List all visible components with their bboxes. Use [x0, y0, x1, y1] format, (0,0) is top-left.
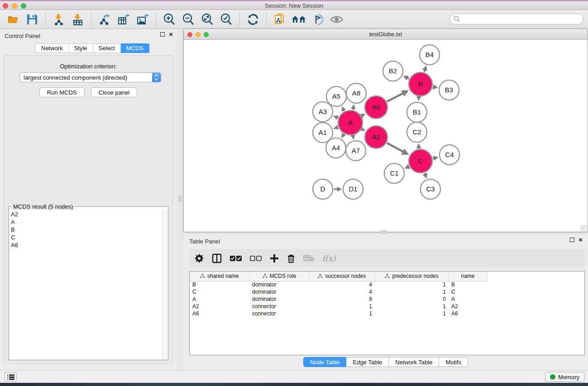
- graph-edge[interactable]: [335, 127, 338, 128]
- table-cell[interactable]: 8: [309, 295, 375, 303]
- table-cell[interactable]: A2: [449, 303, 487, 310]
- table-row[interactable]: A2connector11A2: [190, 303, 487, 310]
- table-cell[interactable]: A6: [449, 310, 487, 317]
- hide-details-icon[interactable]: [310, 12, 325, 27]
- table-cell[interactable]: C: [449, 288, 487, 295]
- network-minimize-button[interactable]: [196, 32, 201, 37]
- float-table-panel-icon[interactable]: [570, 238, 574, 242]
- close-window-button[interactable]: [3, 3, 8, 9]
- unchecked-boxes-icon[interactable]: [250, 255, 262, 262]
- criterion-dropdown[interactable]: largest connected component (directed): [19, 72, 161, 82]
- table-cell[interactable]: A: [190, 295, 249, 303]
- minimize-window-button[interactable]: [12, 3, 17, 9]
- zoom-fit-icon[interactable]: [200, 12, 215, 27]
- column-header[interactable]: MCDS role: [249, 272, 309, 281]
- table-cell[interactable]: 1: [375, 288, 449, 295]
- network-zoom-button[interactable]: [204, 32, 209, 37]
- table-cell[interactable]: 1: [375, 310, 449, 317]
- import-network-icon[interactable]: [51, 12, 67, 27]
- zoom-in-icon[interactable]: [162, 12, 177, 27]
- graph-edge[interactable]: [419, 146, 419, 148]
- graph-edge[interactable]: [419, 97, 419, 99]
- horizontal-splitter-handle[interactable]: [381, 230, 387, 234]
- network-window-titlebar[interactable]: testGlobe.txt: [184, 29, 588, 40]
- graph-edge[interactable]: [343, 134, 344, 136]
- table-cell[interactable]: 4: [309, 281, 375, 288]
- result-item[interactable]: B: [10, 226, 162, 234]
- result-item[interactable]: A: [10, 218, 162, 226]
- open-session-icon[interactable]: [5, 12, 21, 27]
- network-close-button[interactable]: [187, 32, 192, 37]
- close-panel-button[interactable]: Close panel: [91, 87, 138, 97]
- graph-edge[interactable]: [362, 115, 363, 116]
- close-panel-icon[interactable]: ×: [169, 32, 173, 37]
- column-header[interactable]: shared name: [190, 272, 249, 281]
- export-image-icon[interactable]: [135, 12, 150, 27]
- result-item[interactable]: A2: [10, 210, 162, 218]
- table-cell[interactable]: 1: [309, 310, 375, 317]
- table-cell[interactable]: 1: [375, 303, 449, 310]
- table-cell[interactable]: 1: [309, 303, 375, 310]
- resize-grip-icon[interactable]: [581, 225, 587, 231]
- table-cell[interactable]: A2: [190, 303, 249, 310]
- graph-edge[interactable]: [425, 173, 425, 176]
- graph-edge[interactable]: [407, 167, 409, 167]
- zoom-window-button[interactable]: [21, 3, 26, 9]
- tab-edge-table[interactable]: Edge Table: [346, 357, 389, 367]
- table-row[interactable]: Bdominator41B: [190, 281, 487, 288]
- result-item[interactable]: C: [10, 234, 162, 241]
- float-panel-icon[interactable]: [160, 32, 165, 37]
- table-cell[interactable]: 1: [375, 281, 449, 288]
- tab-node-table[interactable]: Node Table: [303, 357, 347, 367]
- graph-edge[interactable]: [387, 143, 406, 153]
- table-cell[interactable]: dominator: [249, 288, 309, 295]
- trash-icon[interactable]: [287, 254, 295, 263]
- graph-edge[interactable]: [406, 77, 409, 79]
- network-canvas[interactable]: B4B2BB3A5A8A6A3AB1A1A2C2A4A7C4CC1C3DD1: [184, 40, 587, 232]
- new-network-from-selection-icon[interactable]: [272, 12, 287, 27]
- run-mcds-button[interactable]: Run MCDS: [39, 87, 85, 97]
- table-cell[interactable]: B: [190, 281, 249, 288]
- result-scrollbar[interactable]: [162, 210, 167, 359]
- tab-motifs[interactable]: Motifs: [439, 357, 468, 367]
- table-cell[interactable]: A6: [190, 310, 249, 317]
- gear-icon[interactable]: [195, 254, 204, 263]
- graph-edge[interactable]: [424, 68, 425, 72]
- table-cell[interactable]: A: [449, 295, 487, 303]
- column-header[interactable]: predecessor nodes: [375, 272, 449, 281]
- table-cell[interactable]: B: [449, 281, 487, 288]
- table-row[interactable]: A6connector11A6: [190, 310, 487, 317]
- table-cell[interactable]: dominator: [249, 281, 309, 288]
- close-table-panel-icon[interactable]: ×: [578, 238, 583, 242]
- result-item[interactable]: A6: [10, 241, 162, 249]
- tab-mcds[interactable]: MCDS: [121, 43, 149, 53]
- vertical-splitter-handle[interactable]: [178, 195, 182, 202]
- graph-edge[interactable]: [353, 135, 354, 137]
- graph-edge[interactable]: [335, 117, 338, 118]
- table-cell[interactable]: connector: [249, 310, 309, 317]
- table-cell[interactable]: dominator: [249, 295, 309, 303]
- checked-boxes-icon[interactable]: [230, 255, 242, 262]
- memory-button[interactable]: Memory: [545, 372, 584, 382]
- export-table-icon[interactable]: [116, 12, 131, 27]
- save-session-icon[interactable]: [24, 12, 40, 27]
- tab-style[interactable]: Style: [69, 43, 93, 53]
- tab-network-table[interactable]: Network Table: [389, 357, 439, 367]
- graph-edge[interactable]: [353, 106, 354, 110]
- graph-edge[interactable]: [362, 129, 363, 130]
- search-input[interactable]: [463, 16, 579, 22]
- table-cell[interactable]: C: [190, 288, 249, 295]
- delete-table-icon[interactable]: [303, 255, 314, 262]
- table-cell[interactable]: 0: [375, 295, 449, 303]
- tab-network[interactable]: Network: [35, 43, 69, 53]
- column-header[interactable]: name: [449, 272, 487, 281]
- split-columns-icon[interactable]: [212, 253, 222, 263]
- column-header[interactable]: successor nodes: [309, 272, 375, 281]
- graph-edge[interactable]: [433, 87, 435, 87]
- table-cell[interactable]: connector: [249, 303, 309, 310]
- task-history-button[interactable]: [5, 372, 17, 381]
- graph-edge[interactable]: [433, 158, 436, 159]
- refresh-layout-icon[interactable]: [245, 12, 261, 27]
- houses-icon[interactable]: [291, 12, 306, 27]
- function-icon[interactable]: f(x): [322, 254, 335, 263]
